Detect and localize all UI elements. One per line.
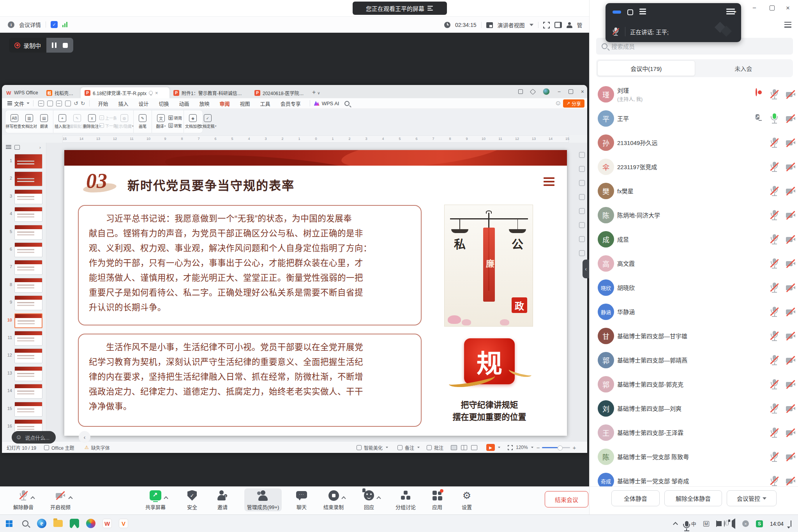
expand-panel-icon[interactable]: › bbox=[39, 145, 41, 150]
chevron-up-icon[interactable] bbox=[341, 496, 346, 500]
participant-row[interactable]: 高高文霞 bbox=[590, 251, 798, 276]
wps-doc-tab[interactable]: P20240618-医学院仪器共享平台 bbox=[251, 87, 309, 98]
preview-icon[interactable] bbox=[65, 101, 71, 106]
outline-view-icon[interactable] bbox=[6, 145, 11, 150]
chevron-down-icon[interactable] bbox=[531, 447, 533, 448]
ime-language-icon[interactable]: 中 bbox=[691, 520, 696, 527]
chevron-down-icon[interactable] bbox=[498, 447, 500, 448]
chevron-down-icon[interactable] bbox=[530, 24, 533, 26]
wps-close-button[interactable]: × bbox=[581, 89, 584, 94]
slide-thumbnail[interactable]: 8 bbox=[2, 277, 46, 294]
tip-bulb-icon[interactable] bbox=[149, 91, 153, 95]
zoom-level[interactable]: 120% bbox=[516, 445, 528, 450]
speaker-view-icon[interactable] bbox=[486, 22, 493, 28]
ribbon-button[interactable]: ▤朗读 bbox=[37, 114, 51, 129]
recording-status-icon[interactable] bbox=[756, 89, 757, 96]
ribbon-button[interactable]: 繁转简 bbox=[168, 115, 182, 121]
chat-placeholder[interactable]: 说点什么... bbox=[25, 434, 49, 441]
collapse-chat-button[interactable]: ‹ bbox=[79, 431, 90, 443]
participant-row[interactable]: 郭基础博士第四支部-郭克克 bbox=[590, 372, 798, 396]
slide-thumbnail[interactable]: 11 bbox=[2, 330, 46, 347]
ribbon-button[interactable]: 文翻译▾ bbox=[154, 114, 168, 129]
participant-row[interactable]: 孙2131049孙久远 bbox=[590, 131, 798, 155]
slide-thumbnail[interactable]: 10 bbox=[2, 312, 46, 329]
wps-maximize-button[interactable] bbox=[568, 89, 573, 94]
restore-window-icon[interactable] bbox=[627, 9, 633, 15]
end-meeting-button[interactable]: 结束会议 bbox=[545, 491, 588, 507]
toolbar-cam-off-button[interactable]: 开启视频 bbox=[42, 489, 79, 511]
toolbar-stop-rec-button[interactable]: 结束录制 bbox=[315, 489, 352, 511]
wps-ai-icon[interactable] bbox=[314, 101, 320, 106]
tab-not-joined[interactable]: 未入会 bbox=[695, 60, 792, 76]
slide-thumbnail[interactable]: 2 bbox=[2, 170, 46, 187]
wps-menu-item[interactable]: 放映 bbox=[194, 100, 215, 107]
wps-doc-tab[interactable]: 稻找稻壳模板 bbox=[42, 87, 81, 98]
security-shield-icon[interactable]: ✓ bbox=[51, 21, 58, 28]
wps-menu-active-item[interactable]: 审阅 bbox=[215, 100, 235, 107]
network-icon[interactable] bbox=[724, 521, 725, 527]
wps-menu-item[interactable]: 工具 bbox=[255, 100, 275, 107]
file-explorer-icon[interactable] bbox=[52, 518, 64, 529]
undo-icon[interactable]: ↺ bbox=[74, 100, 78, 106]
output-icon[interactable] bbox=[47, 101, 53, 106]
ribbon-button[interactable]: x删除批注▾ bbox=[85, 114, 99, 129]
panel-close-button[interactable]: × bbox=[786, 5, 790, 11]
wps-menu-item[interactable]: 插入 bbox=[113, 100, 134, 107]
wps-doc-tab[interactable]: P6.18纪律党课-王平-R.pptx× bbox=[81, 87, 169, 98]
zoom-out-button[interactable]: − bbox=[537, 444, 540, 451]
edge-browser-icon[interactable]: e bbox=[36, 518, 48, 529]
meeting-details-button[interactable]: 会议详情 bbox=[19, 21, 41, 28]
wps-menu-item[interactable]: 视图 bbox=[235, 100, 255, 107]
tab-list-caret-icon[interactable]: ∨ bbox=[317, 91, 320, 95]
toolbar-share-green-button[interactable]: 共享屏幕 bbox=[137, 489, 174, 511]
collapse-panel-handle[interactable]: ‹ bbox=[583, 260, 589, 278]
slide-thumbnail[interactable]: 12 bbox=[2, 347, 46, 364]
pause-recording-button[interactable] bbox=[52, 42, 56, 48]
ribbon-button[interactable]: +插入批注 bbox=[55, 114, 70, 129]
slide-thumbnail[interactable]: 7 bbox=[2, 259, 46, 276]
slideshow-play-button[interactable]: ▶ bbox=[486, 444, 495, 451]
ime-mode-icon[interactable]: M bbox=[703, 521, 709, 527]
normal-view-button[interactable] bbox=[451, 445, 457, 450]
screen-sharing-icon[interactable]: ↗ bbox=[756, 113, 759, 120]
voov-meeting-icon[interactable]: V bbox=[118, 518, 129, 529]
unmute-all-button[interactable]: 解除全体静音 bbox=[664, 490, 722, 506]
slide-thumbnail[interactable]: 3 bbox=[2, 188, 46, 205]
app-icon-colorful[interactable] bbox=[85, 518, 97, 529]
wps-share-button[interactable]: ↗ 分享 bbox=[563, 99, 584, 108]
slide-thumbnail[interactable]: 15 bbox=[2, 401, 46, 418]
toolbar-gear-button[interactable]: ⚙设置 bbox=[448, 489, 486, 511]
participant-row[interactable]: 甘基础博士第四支部—甘宇雄 bbox=[590, 324, 798, 348]
slide-thumbnail[interactable]: 14 bbox=[2, 383, 46, 400]
fit-screen-icon[interactable] bbox=[508, 445, 513, 450]
fullscreen-icon[interactable] bbox=[543, 22, 550, 28]
ribbon-button[interactable]: ✎画笔 bbox=[135, 114, 150, 129]
manage-members-clipped-label[interactable]: 管 bbox=[577, 21, 583, 29]
quick-chat-pill[interactable]: ☺ 说点什么... bbox=[12, 431, 56, 444]
panel-minimize-button[interactable]: − bbox=[752, 5, 756, 11]
wps-ai-label[interactable]: WPS AI bbox=[322, 101, 339, 106]
participant-row[interactable]: 陈陈炳地-同济大学 bbox=[590, 203, 798, 227]
network-signal-icon[interactable] bbox=[62, 22, 67, 27]
beautify-label[interactable]: 智能美化 bbox=[364, 444, 383, 451]
participant-row[interactable]: 平王平↗ bbox=[590, 106, 798, 131]
chevron-up-icon[interactable] bbox=[376, 496, 381, 500]
feedback-smiley-icon[interactable]: ☺ bbox=[555, 99, 561, 107]
participant-row[interactable]: 瑾刘瑾(主持人, 我) bbox=[590, 82, 798, 106]
tab-in-meeting[interactable]: 会议中(179) bbox=[597, 60, 695, 76]
info-icon[interactable]: i bbox=[8, 21, 14, 28]
wps-menu-item[interactable]: 设计 bbox=[134, 100, 154, 107]
toolbar-mic-off-button[interactable]: 解除静音 bbox=[5, 489, 42, 511]
wps-menu-item[interactable]: 切换 bbox=[154, 100, 174, 107]
wps-menu-item[interactable]: 会员专享 bbox=[275, 100, 306, 107]
slide-thumbnail[interactable]: 6 bbox=[2, 241, 46, 258]
layout-list-icon[interactable] bbox=[427, 6, 434, 11]
wps-file-menu[interactable]: 文件 bbox=[7, 100, 30, 107]
toolbar-react-button[interactable]: 回应 bbox=[350, 489, 388, 511]
participant-row[interactable]: 奇成基础博士第一党支部 邹奇成 bbox=[590, 469, 798, 486]
ribbon-button[interactable]: ✓文档定稿▾ bbox=[200, 114, 215, 129]
emoji-icon[interactable]: ☺ bbox=[16, 434, 22, 441]
slide-thumbnail[interactable]: 13 bbox=[2, 365, 46, 382]
photos-app-icon[interactable] bbox=[69, 518, 80, 529]
slide-thumbnail[interactable]: 5 bbox=[2, 224, 46, 241]
